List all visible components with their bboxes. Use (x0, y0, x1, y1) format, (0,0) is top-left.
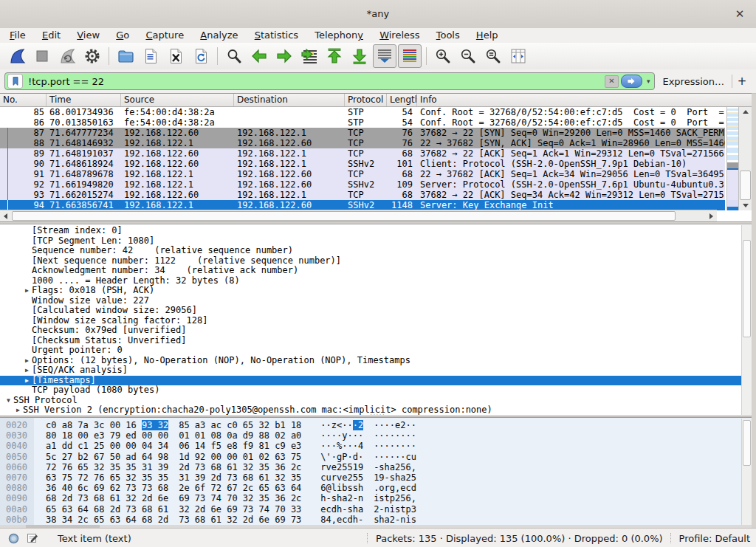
scroll-down-icon[interactable] (739, 201, 752, 210)
detail-line-seq-ack[interactable]: ▶[SEQ/ACK analysis] (0, 365, 752, 376)
packet-row-88[interactable]: 8871.648146932192.168.122.1192.168.122.6… (0, 138, 725, 148)
scroll-right-icon[interactable] (706, 210, 717, 221)
scrollbar-thumb[interactable] (743, 420, 751, 466)
col-destination[interactable]: Destination (234, 94, 345, 106)
col-info[interactable]: Info (417, 94, 752, 106)
packet-row-94-selected[interactable]: 9471.663856741192.168.122.1192.168.122.6… (0, 200, 725, 210)
find-packet-icon[interactable] (222, 44, 246, 68)
detail-line[interactable]: [Stream index: 0] (0, 226, 752, 236)
go-next-icon[interactable] (272, 44, 296, 68)
reload-file-icon[interactable] (189, 44, 213, 68)
filter-bookmark-icon[interactable] (7, 74, 23, 89)
detail-line-flags[interactable]: ▶Flags: 0x018 (PSH, ACK) (0, 286, 752, 296)
detail-line[interactable]: Urgent pointer: 0 (0, 345, 752, 356)
open-file-folder-icon[interactable] (114, 44, 137, 68)
packet-row-89[interactable]: 8971.648191037192.168.122.60192.168.122.… (0, 148, 725, 159)
restart-capture-icon[interactable] (55, 44, 79, 68)
packet-list-horizontal-scrollbar[interactable] (0, 210, 717, 221)
hex-row[interactable]: 008036 40 6c 69 62 73 73 682e 6f 72 67 2… (0, 483, 752, 493)
detail-line[interactable]: [TCP Segment Len: 1080] (0, 236, 752, 247)
close-window-button[interactable]: ✕ (732, 7, 747, 21)
close-file-icon[interactable] (164, 44, 188, 68)
go-previous-icon[interactable] (247, 44, 271, 68)
start-capture-icon[interactable] (5, 44, 29, 68)
detail-line[interactable]: 1000 .... = Header Length: 32 bytes (8) (0, 276, 752, 286)
hex-row[interactable]: 00b038 34 2c 65 63 64 68 2d73 68 61 32 2… (0, 515, 752, 525)
hex-row[interactable]: 009068 2d 73 68 61 32 2d 6e69 73 74 70 3… (0, 493, 752, 503)
go-first-icon[interactable] (323, 44, 346, 68)
menu-view[interactable]: View (70, 28, 106, 43)
profile-status[interactable]: Profile: Default (679, 533, 750, 544)
packet-list-vertical-scrollbar[interactable] (738, 107, 752, 210)
stop-capture-icon[interactable] (30, 44, 54, 68)
add-filter-button[interactable]: + (732, 75, 752, 88)
scrollbar-thumb[interactable] (12, 211, 676, 221)
packet-row-87[interactable]: 8771.647777234192.168.122.60192.168.122.… (0, 128, 725, 138)
resize-columns-icon[interactable] (506, 44, 530, 68)
menu-tools[interactable]: Tools (430, 28, 467, 43)
detail-line-ssh-protocol[interactable]: ▼SSH Protocol (0, 396, 752, 406)
detail-line[interactable]: Window size value: 227 (0, 296, 752, 306)
hex-row[interactable]: 0020c0 a8 7a 3c 00 16 93 3285 a3 ac c0 6… (0, 420, 752, 430)
hex-row[interactable]: 00a065 63 64 68 2d 73 68 6132 2d 6e 69 7… (0, 504, 752, 515)
hex-row[interactable]: 007063 75 72 76 65 32 35 3531 39 2d 73 6… (0, 472, 752, 483)
packet-row-92[interactable]: 9271.661949820192.168.122.1192.168.122.6… (0, 179, 725, 190)
detail-line[interactable]: Acknowledgment number: 34 (relative ack … (0, 266, 752, 276)
go-last-icon[interactable] (348, 44, 371, 68)
menu-telephony[interactable]: Telephony (308, 28, 370, 43)
col-no[interactable]: No. (0, 94, 47, 106)
detail-line[interactable]: [Calculated window size: 29056] (0, 306, 752, 316)
packet-row-91[interactable]: 9171.648789678192.168.122.1192.168.122.6… (0, 169, 725, 179)
filter-apply-icon[interactable] (621, 75, 642, 88)
menu-edit[interactable]: Edit (35, 28, 67, 43)
detail-line[interactable]: Sequence number: 42 (relative sequence n… (0, 246, 752, 256)
auto-scroll-icon[interactable] (373, 44, 396, 68)
menu-wireless[interactable]: Wireless (373, 28, 426, 43)
menu-help[interactable]: Help (470, 28, 505, 43)
colorize-packets-icon[interactable] (398, 44, 422, 68)
menu-file[interactable]: File (3, 28, 32, 43)
detail-line-timestamps-selected[interactable]: ▶[Timestamps] (0, 376, 752, 386)
packet-row-85[interactable]: 8568.001734936fe:54:00:d4:38:2aSTP54Conf… (0, 107, 725, 117)
detail-line-options[interactable]: ▶Options: (12 bytes), No-Operation (NOP)… (0, 356, 752, 366)
detail-line[interactable]: Checksum: 0x79ed [unverified] (0, 326, 752, 336)
filter-dropdown-icon[interactable]: ▾ (644, 78, 653, 85)
detail-line[interactable]: [Next sequence number: 1122 (relative se… (0, 256, 752, 266)
menu-capture[interactable]: Capture (139, 28, 190, 43)
save-file-icon[interactable] (139, 44, 162, 68)
zoom-out-icon[interactable] (456, 44, 480, 68)
scroll-up-icon[interactable] (739, 107, 752, 117)
scroll-left-icon[interactable] (0, 210, 11, 221)
detail-line[interactable]: TCP payload (1080 bytes) (0, 385, 752, 396)
scrollbar-thumb[interactable] (740, 171, 751, 200)
packet-row-86[interactable]: 8670.013850163fe:54:00:d4:38:2aSTP54Conf… (0, 117, 725, 128)
hex-row[interactable]: 006072 76 65 32 35 35 31 392d 73 68 61 3… (0, 462, 752, 472)
capture-comment-icon[interactable] (25, 531, 40, 545)
menu-statistics[interactable]: Statistics (248, 28, 305, 43)
bytes-vertical-scrollbar[interactable] (741, 419, 752, 527)
col-protocol[interactable]: Protocol (345, 94, 387, 106)
scrollbar-thumb[interactable] (743, 240, 751, 337)
expression-button[interactable]: Expression… (655, 76, 732, 87)
packet-row-93[interactable]: 9371.662015274192.168.122.60192.168.122.… (0, 190, 725, 200)
hex-row[interactable]: 003080 18 00 e3 79 ed 00 0001 01 08 0a d… (0, 430, 752, 441)
capture-options-gear-icon[interactable] (80, 44, 104, 68)
zoom-in-icon[interactable] (431, 44, 455, 68)
menu-go[interactable]: Go (109, 28, 136, 43)
hex-row[interactable]: 00505c 27 b2 67 50 ad 64 981d 92 00 00 0… (0, 452, 752, 462)
details-vertical-scrollbar[interactable] (741, 225, 752, 415)
expert-info-icon[interactable] (6, 531, 21, 545)
go-to-packet-icon[interactable] (298, 44, 321, 68)
filter-clear-icon[interactable]: ✕ (605, 75, 619, 88)
display-filter-input[interactable] (23, 76, 605, 87)
hex-row[interactable]: 0040a1 dd c1 25 00 00 04 3406 14 f5 e8 f… (0, 441, 752, 451)
intelligent-scrollbar-minimap[interactable] (726, 107, 738, 210)
col-length[interactable]: Length (387, 94, 417, 106)
packet-row-90[interactable]: 9071.648618924192.168.122.60192.168.122.… (0, 159, 725, 169)
col-source[interactable]: Source (121, 94, 234, 106)
zoom-reset-icon[interactable] (481, 44, 505, 68)
detail-line[interactable]: [Window size scaling factor: 128] (0, 316, 752, 326)
menu-analyze[interactable]: Analyze (193, 28, 244, 43)
col-time[interactable]: Time (47, 94, 121, 106)
detail-line[interactable]: [Checksum Status: Unverified] (0, 336, 752, 346)
